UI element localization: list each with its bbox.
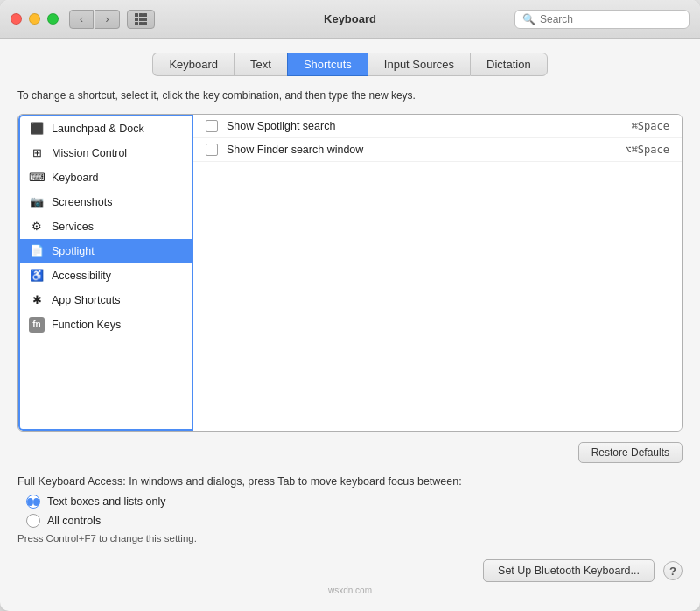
close-button[interactable] <box>10 13 22 25</box>
titlebar: ‹ › Keyboard 🔍 <box>0 0 700 39</box>
sidebar-item-keyboard[interactable]: ⌨ Keyboard <box>20 165 192 190</box>
shortcut-row-spotlight[interactable]: Show Spotlight search ⌘Space <box>193 115 682 138</box>
watermark: wsxdn.com <box>18 586 682 597</box>
back-button[interactable]: ‹ <box>69 10 94 29</box>
shortcut-row-finder[interactable]: Show Finder search window ⌥⌘Space <box>193 138 682 162</box>
tab-text[interactable]: Text <box>234 53 287 76</box>
tab-dictation[interactable]: Dictation <box>470 53 548 76</box>
fka-radio-text-boxes[interactable] <box>26 495 40 509</box>
sidebar-item-app-shortcuts[interactable]: ✱ App Shortcuts <box>20 288 192 313</box>
launchpad-dock-icon: ⬛ <box>29 121 45 137</box>
fka-radio-all-controls[interactable] <box>26 514 40 528</box>
sidebar-item-mission-control[interactable]: ⊞ Mission Control <box>20 141 192 165</box>
instruction-text: To change a shortcut, select it, click t… <box>18 88 682 103</box>
fka-label-all-controls: All controls <box>47 515 101 527</box>
tab-shortcuts[interactable]: Shortcuts <box>287 53 368 76</box>
sidebar-item-label: App Shortcuts <box>52 294 121 306</box>
grid-button[interactable] <box>127 10 155 29</box>
sidebar-item-function-keys[interactable]: fn Function Keys <box>20 313 192 337</box>
shortcut-key-spotlight: ⌘Space <box>632 120 669 132</box>
app-shortcuts-icon: ✱ <box>29 292 45 308</box>
sidebar: ⬛ Launchpad & Dock ⊞ Mission Control ⌨ K… <box>18 115 193 431</box>
maximize-button[interactable] <box>47 13 59 25</box>
restore-defaults-button[interactable]: Restore Defaults <box>578 442 682 463</box>
grid-icon <box>135 13 147 25</box>
minimize-button[interactable] <box>29 13 40 25</box>
traffic-lights <box>10 13 59 25</box>
keyboard-window: ‹ › Keyboard 🔍 Keyboard Text Shortcuts I… <box>0 0 700 611</box>
sidebar-item-services[interactable]: ⚙ Services <box>20 214 192 239</box>
help-button[interactable]: ? <box>663 561 682 580</box>
sidebar-item-label: Screenshots <box>52 196 112 208</box>
fka-title: Full Keyboard Access: In windows and dia… <box>18 475 682 488</box>
sidebar-item-spotlight[interactable]: 📄 Spotlight <box>20 239 192 263</box>
sidebar-item-launchpad-dock[interactable]: ⬛ Launchpad & Dock <box>20 116 192 141</box>
nav-buttons: ‹ › <box>69 10 120 29</box>
sidebar-item-label: Function Keys <box>52 319 121 331</box>
fka-option-text-boxes[interactable]: Text boxes and lists only <box>26 495 682 509</box>
shortcut-checkbox-finder[interactable] <box>206 144 218 156</box>
sidebar-item-label: Launchpad & Dock <box>52 123 144 135</box>
restore-row: Restore Defaults <box>18 442 682 463</box>
function-keys-icon: fn <box>29 317 45 333</box>
sidebar-item-label: Spotlight <box>52 245 94 257</box>
sidebar-item-label: Accessibility <box>52 270 111 282</box>
forward-button[interactable]: › <box>95 10 120 29</box>
full-keyboard-access-section: Full Keyboard Access: In windows and dia… <box>18 475 682 544</box>
sidebar-item-accessibility[interactable]: ♿ Accessibility <box>20 263 192 288</box>
tab-input-sources[interactable]: Input Sources <box>368 53 470 76</box>
mission-control-icon: ⊞ <box>29 145 45 161</box>
tab-keyboard[interactable]: Keyboard <box>152 53 234 76</box>
fka-hint: Press Control+F7 to change this setting. <box>18 533 682 544</box>
shortcut-checkbox-spotlight[interactable] <box>206 120 218 132</box>
bluetooth-keyboard-button[interactable]: Set Up Bluetooth Keyboard... <box>483 559 654 582</box>
keyboard-icon: ⌨ <box>29 170 45 186</box>
search-icon: 🔍 <box>522 13 536 25</box>
accessibility-icon: ♿ <box>29 268 45 284</box>
screenshots-icon: 📷 <box>29 194 45 210</box>
search-input[interactable] <box>540 13 682 25</box>
bottom-bar: Set Up Bluetooth Keyboard... ? <box>18 552 682 586</box>
fka-option-all-controls[interactable]: All controls <box>26 514 682 528</box>
sidebar-item-screenshots[interactable]: 📷 Screenshots <box>20 190 192 214</box>
shortcuts-panel: Show Spotlight search ⌘Space Show Finder… <box>193 115 682 431</box>
spotlight-icon: 📄 <box>29 243 45 259</box>
sidebar-item-label: Keyboard <box>52 172 99 184</box>
window-title: Keyboard <box>324 12 376 25</box>
services-icon: ⚙ <box>29 219 45 235</box>
sidebar-item-label: Services <box>52 221 94 233</box>
sidebar-item-label: Mission Control <box>52 147 127 159</box>
shortcut-label-finder: Show Finder search window <box>227 144 616 156</box>
search-box[interactable]: 🔍 <box>514 10 690 29</box>
shortcut-label-spotlight: Show Spotlight search <box>227 120 623 132</box>
main-panel: ⬛ Launchpad & Dock ⊞ Mission Control ⌨ K… <box>18 114 682 432</box>
shortcut-key-finder: ⌥⌘Space <box>625 144 669 156</box>
content-area: Keyboard Text Shortcuts Input Sources Di… <box>0 39 700 611</box>
tab-bar: Keyboard Text Shortcuts Input Sources Di… <box>18 53 682 76</box>
fka-label-text-boxes: Text boxes and lists only <box>47 495 166 508</box>
